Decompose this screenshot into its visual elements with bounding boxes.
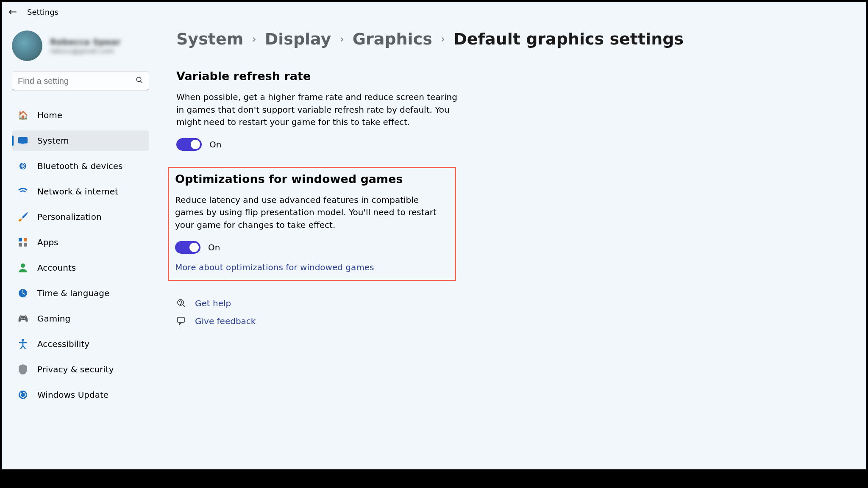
sidebar-item-label: Gaming xyxy=(37,313,70,324)
owg-toggle[interactable] xyxy=(175,241,200,254)
bluetooth-icon xyxy=(18,161,28,171)
sidebar-item-label: Accounts xyxy=(37,263,76,273)
vrr-toggle-state: On xyxy=(209,139,221,150)
profile-block[interactable]: Rebecca Spear rebscs@gmail.com xyxy=(12,25,149,71)
apps-icon xyxy=(18,237,28,247)
give-feedback-link[interactable]: Give feedback xyxy=(176,316,849,326)
svg-rect-7 xyxy=(19,243,22,247)
get-help-link[interactable]: Get help xyxy=(176,298,849,308)
search-wrap xyxy=(12,71,149,91)
chevron-right-icon: › xyxy=(441,33,445,45)
titlebar: ← Settings xyxy=(2,2,866,22)
person-icon xyxy=(18,263,28,273)
system-icon xyxy=(18,136,28,146)
back-arrow-icon[interactable]: ← xyxy=(8,6,17,18)
sidebar-item-personalization[interactable]: 🖌️ Personalization xyxy=(12,207,149,227)
sidebar-item-label: Time & language xyxy=(37,288,109,298)
chevron-right-icon: › xyxy=(339,33,344,45)
sidebar-item-windows-update[interactable]: Windows Update xyxy=(12,385,149,405)
profile-text: Rebecca Spear rebscs@gmail.com xyxy=(50,37,121,55)
svg-point-14 xyxy=(180,304,181,305)
feedback-icon xyxy=(176,316,186,326)
profile-email: rebscs@gmail.com xyxy=(50,47,121,55)
chevron-right-icon: › xyxy=(252,33,256,45)
gamepad-icon: 🎮 xyxy=(18,313,28,324)
sidebar-item-time-language[interactable]: Time & language xyxy=(12,283,149,303)
sidebar-item-label: Home xyxy=(37,110,62,120)
sidebar-item-label: Network & internet xyxy=(37,186,118,197)
main-content: System › Display › Graphics › Default gr… xyxy=(154,22,866,469)
sidebar-item-label: Apps xyxy=(37,237,58,247)
breadcrumb-display[interactable]: Display xyxy=(265,30,331,48)
brush-icon: 🖌️ xyxy=(18,212,28,222)
help-icon xyxy=(176,298,186,308)
taskbar xyxy=(0,469,868,488)
globe-clock-icon xyxy=(18,288,28,298)
section-heading: Optimizations for windowed games xyxy=(175,172,449,186)
profile-name: Rebecca Spear xyxy=(50,37,121,47)
app-title: Settings xyxy=(27,8,58,17)
breadcrumb-system[interactable]: System xyxy=(176,30,243,48)
nav-list: 🏠 Home System Bluetooth & devices xyxy=(12,105,149,410)
svg-rect-3 xyxy=(21,143,24,144)
svg-rect-8 xyxy=(24,243,27,247)
svg-line-15 xyxy=(183,305,185,307)
breadcrumb: System › Display › Graphics › Default gr… xyxy=(176,30,849,48)
search-icon[interactable] xyxy=(136,76,143,86)
owg-toggle-state: On xyxy=(208,242,220,252)
section-description: Reduce latency and use advanced features… xyxy=(175,194,449,232)
svg-rect-2 xyxy=(18,137,28,144)
sidebar-item-system[interactable]: System xyxy=(12,130,149,151)
sidebar-item-label: Personalization xyxy=(37,212,102,222)
breadcrumb-current: Default graphics settings xyxy=(453,30,684,48)
svg-line-1 xyxy=(140,81,142,83)
avatar xyxy=(12,30,42,61)
sidebar-item-label: Bluetooth & devices xyxy=(37,161,123,171)
vrr-toggle[interactable] xyxy=(176,138,202,151)
section-heading: Variable refresh rate xyxy=(176,69,465,83)
sidebar-item-accounts[interactable]: Accounts xyxy=(12,258,149,278)
wifi-icon xyxy=(18,186,28,197)
svg-point-0 xyxy=(136,77,141,82)
section-description: When possible, get a higher frame rate a… xyxy=(176,91,465,129)
sidebar-item-label: System xyxy=(37,136,69,146)
svg-rect-6 xyxy=(24,238,27,241)
sidebar: Rebecca Spear rebscs@gmail.com 🏠 Home xyxy=(2,22,154,469)
sidebar-item-apps[interactable]: Apps xyxy=(12,232,149,252)
svg-point-9 xyxy=(21,263,25,268)
update-icon xyxy=(18,390,28,400)
sidebar-item-label: Accessibility xyxy=(37,339,89,349)
sidebar-item-accessibility[interactable]: Accessibility xyxy=(12,334,149,354)
owg-more-link[interactable]: More about optimizations for windowed ga… xyxy=(175,262,374,272)
sidebar-item-network[interactable]: Network & internet xyxy=(12,181,149,202)
sidebar-item-label: Windows Update xyxy=(37,390,108,400)
section-variable-refresh-rate: Variable refresh rate When possible, get… xyxy=(176,65,465,158)
sidebar-item-privacy-security[interactable]: Privacy & security xyxy=(12,359,149,380)
section-optimizations-windowed-games: Optimizations for windowed games Reduce … xyxy=(168,167,456,281)
svg-point-11 xyxy=(22,339,24,341)
accessibility-icon xyxy=(18,339,28,349)
get-help-label: Get help xyxy=(195,298,231,308)
sidebar-item-label: Privacy & security xyxy=(37,364,114,374)
sidebar-item-gaming[interactable]: 🎮 Gaming xyxy=(12,308,149,329)
search-input[interactable] xyxy=(12,71,149,91)
sidebar-item-bluetooth[interactable]: Bluetooth & devices xyxy=(12,156,149,176)
sidebar-item-home[interactable]: 🏠 Home xyxy=(12,105,149,125)
svg-rect-5 xyxy=(19,238,22,241)
shield-icon xyxy=(18,364,28,374)
svg-rect-16 xyxy=(178,317,184,322)
home-icon: 🏠 xyxy=(18,110,28,120)
breadcrumb-graphics[interactable]: Graphics xyxy=(353,30,432,48)
help-links: Get help Give feedback xyxy=(176,298,849,326)
give-feedback-label: Give feedback xyxy=(195,316,256,326)
